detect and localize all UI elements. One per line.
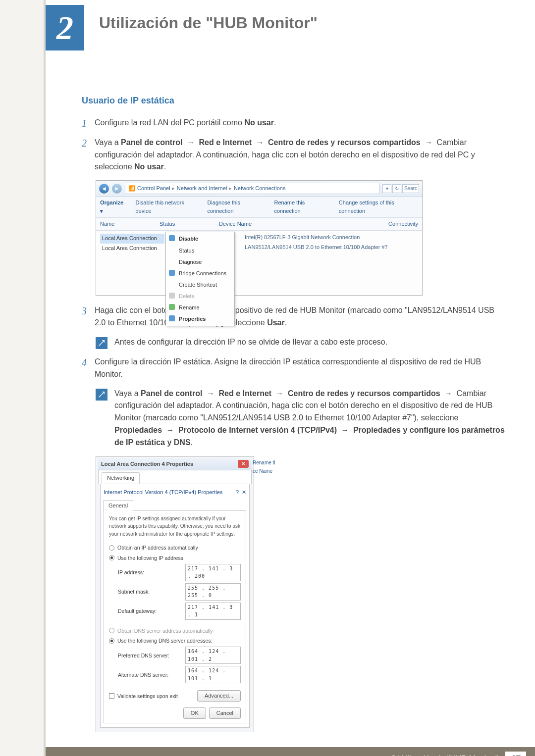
dropdown-button[interactable]: ▾ [382, 184, 391, 193]
sidebar-strip [0, 0, 46, 756]
radio-obtain-ip-auto[interactable] [109, 545, 114, 551]
breadcrumb[interactable]: 📶 Control Panel Network and Internet Net… [125, 183, 379, 194]
step-number: 2 [82, 137, 95, 173]
text: . [191, 438, 193, 447]
list-item[interactable]: Local Area Connection [100, 244, 164, 253]
ok-button[interactable]: OK [183, 707, 206, 719]
text-bold: Red e Internet [199, 138, 252, 147]
col-device-name[interactable]: Device Name [219, 220, 374, 228]
arrow-icon: → [339, 426, 351, 434]
arrow-icon: → [185, 138, 197, 147]
menu-organize[interactable]: Organize ▾ [100, 199, 126, 215]
subnet-mask-field[interactable]: 255 . 255 . 255 . 0 [185, 583, 241, 601]
description-text: You can get IP settings assigned automat… [109, 515, 241, 538]
label-default-gateway: Default gateway: [118, 607, 182, 615]
cancel-button[interactable]: Cancel [209, 707, 241, 719]
text: . [274, 118, 276, 127]
footer-bar: 2 Utilización de "HUB Monitor" 45 [46, 747, 535, 756]
text-bold: Centro de redes y recursos compartidos [288, 389, 440, 398]
ctx-bridge[interactable]: Bridge Connections [166, 268, 234, 279]
default-gateway-field[interactable]: 217 . 141 . 3 . 1 [185, 603, 241, 620]
ip-address-field[interactable]: 217 . 141 . 3 . 200 [185, 564, 241, 581]
search-input[interactable]: Searc [402, 184, 419, 193]
stub-text: Rename tl [253, 458, 282, 467]
device-name-row: Intel(R) 82567LF-3 Gigabit Network Conne… [245, 233, 388, 242]
dialog-title: Local Area Connection 4 Properties [101, 460, 193, 468]
checkbox-validate-on-exit[interactable] [109, 693, 114, 699]
label-subnet-mask: Subnet mask: [118, 588, 182, 596]
arrow-icon: → [442, 389, 454, 398]
menu-rename[interactable]: Rename this connection [274, 199, 329, 215]
crumb[interactable]: Network and Internet [177, 184, 232, 193]
note-block: Vaya a Panel de control → Red e Internet… [96, 388, 505, 449]
inner-dialog-title: Internet Protocol Version 4 (TCP/IPv4) P… [104, 487, 246, 500]
text-bold: Panel de control [141, 389, 202, 398]
text: . [164, 162, 166, 171]
label: Use the following DNS server addresses: [117, 637, 212, 645]
close-icon[interactable]: ✕ [238, 460, 249, 468]
device-name-row: LAN9512/LAN9514 USB 2.0 to Ethernet 10/1… [245, 243, 388, 252]
ctx-rename[interactable]: Rename [166, 302, 234, 313]
step-number: 4 [82, 356, 95, 381]
arrow-icon: → [164, 426, 176, 434]
text-bold: Propiedades [114, 426, 162, 434]
alternate-dns-field[interactable]: 164 . 124 . 101 . 1 [185, 666, 241, 683]
menu-diagnose[interactable]: Diagnose this connection [207, 199, 265, 215]
ctx-status[interactable]: Status [166, 245, 234, 256]
label-alternate-dns: Alternate DNS server: [118, 671, 182, 679]
text: . [285, 318, 287, 327]
radio-use-following-ip[interactable] [109, 555, 114, 560]
refresh-button[interactable]: ↻ [392, 184, 401, 193]
note-icon [96, 389, 107, 401]
stub-text: ce Name [253, 467, 282, 476]
label: Obtain an IP address automatically [117, 544, 198, 552]
radio-obtain-dns-auto[interactable] [109, 628, 114, 633]
step-1: 1 Configure la red LAN del PC portátil c… [82, 117, 505, 130]
text: Configure la red LAN del PC portátil com… [95, 118, 244, 127]
arrow-icon: → [423, 138, 434, 147]
back-button[interactable]: ◄ [99, 184, 109, 194]
text-bold: No usar [244, 118, 274, 127]
text-bold: No usar [134, 162, 164, 171]
crumb[interactable]: Network Connections [234, 184, 286, 193]
step-number: 3 [82, 304, 95, 329]
step-2: 2 Vaya a Panel de control → Red e Intern… [82, 137, 505, 173]
note-block: Antes de configurar la dirección IP no s… [96, 336, 505, 349]
ctx-create-shortcut[interactable]: Create Shortcut [166, 279, 234, 291]
col-status[interactable]: Status [160, 220, 219, 228]
ctx-delete[interactable]: Delete [166, 291, 234, 302]
preferred-dns-field[interactable]: 164 . 124 . 101 . 2 [185, 647, 241, 664]
screenshot-network-connections: ◄ ► 📶 Control Panel Network and Internet… [96, 180, 505, 296]
tab-networking[interactable]: Networking [102, 472, 140, 484]
screenshot-ipv4-properties: Rename tl ce Name Local Area Connection … [96, 456, 505, 733]
menu-change-settings[interactable]: Change settings of this connection [339, 199, 418, 215]
context-menu: Disable Status Diagnose Bridge Connectio… [165, 232, 235, 326]
page-number: 45 [505, 752, 526, 756]
col-name[interactable]: Name [100, 220, 160, 228]
ctx-properties[interactable]: Properties [166, 313, 234, 325]
col-connectivity[interactable]: Connectivity [374, 220, 418, 228]
help-icon[interactable]: ? [236, 488, 239, 497]
text: Haga clic con el botón derecho en el dis… [95, 306, 494, 327]
forward-button[interactable]: ► [112, 184, 122, 194]
arrow-icon: → [254, 138, 266, 147]
ctx-disable[interactable]: Disable [166, 233, 234, 245]
radio-use-following-dns[interactable] [109, 638, 114, 644]
text: Configure la dirección IP estática. Asig… [95, 357, 481, 378]
label: Use the following IP address: [117, 554, 185, 562]
text-bold: Usar [267, 318, 285, 327]
menu-disable[interactable]: Disable this network device [135, 199, 198, 215]
label-preferred-dns: Preferred DNS server: [118, 652, 182, 659]
tab-general[interactable]: General [103, 500, 133, 511]
crumb[interactable]: Control Panel [137, 184, 175, 193]
text-bold: Panel de control [121, 138, 182, 147]
text-bold: Red e Internet [218, 389, 271, 398]
list-item[interactable]: Local Area Connection [100, 234, 164, 243]
note-text: Antes de configurar la dirección IP no s… [114, 336, 505, 349]
label: Obtain DNS server address automatically [117, 627, 213, 635]
advanced-button[interactable]: Advanced... [197, 690, 241, 702]
step-4: 4 Configure la dirección IP estática. As… [82, 356, 505, 381]
folder-icon: 📶 [128, 184, 135, 193]
close-icon[interactable]: ✕ [242, 488, 246, 497]
ctx-diagnose[interactable]: Diagnose [166, 256, 234, 268]
